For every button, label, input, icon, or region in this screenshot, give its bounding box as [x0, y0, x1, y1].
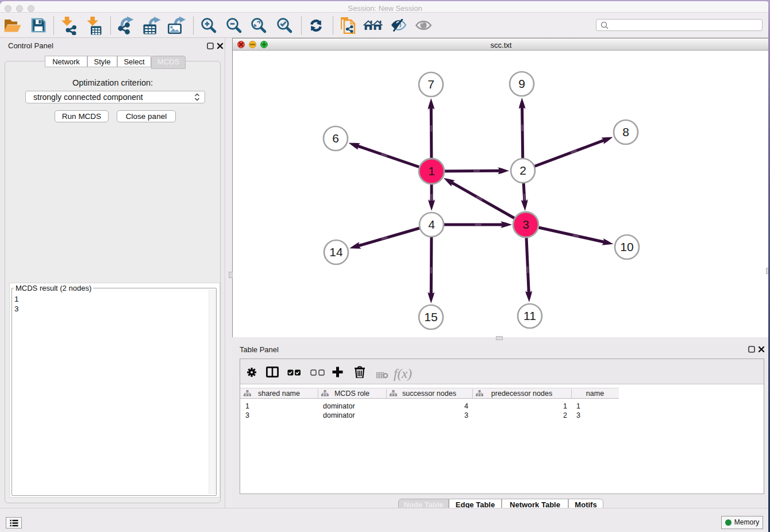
svg-text:10: 10	[620, 240, 633, 253]
svg-text:1: 1	[428, 164, 435, 178]
svg-text:7: 7	[428, 78, 434, 91]
svg-text:15: 15	[424, 310, 437, 323]
svg-text:3: 3	[522, 218, 529, 231]
svg-text:6: 6	[332, 132, 339, 145]
svg-text:2: 2	[519, 164, 526, 177]
svg-text:8: 8	[622, 125, 629, 138]
svg-text:11: 11	[523, 309, 536, 322]
svg-text:4: 4	[428, 218, 435, 231]
svg-text:9: 9	[518, 77, 525, 90]
svg-text:14: 14	[329, 245, 343, 259]
